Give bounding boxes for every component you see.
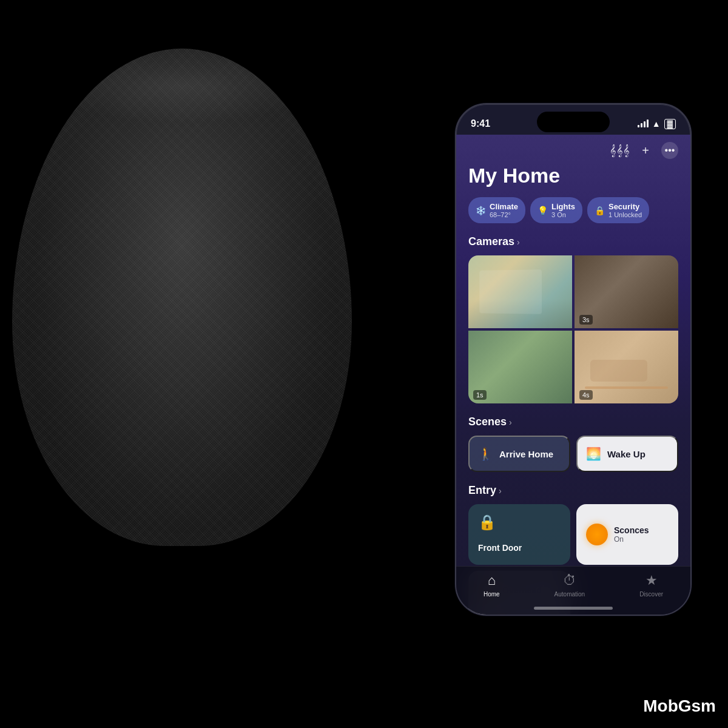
cameras-title: Cameras bbox=[468, 235, 514, 248]
wake-up-icon: 🌅 bbox=[586, 447, 601, 461]
sconces-card[interactable]: Sconces On bbox=[576, 504, 678, 565]
wake-up-label: Wake Up bbox=[607, 449, 645, 459]
tab-home[interactable]: ⌂ Home bbox=[484, 573, 500, 598]
tab-automation[interactable]: ⏱ Automation bbox=[554, 573, 585, 598]
watermark: MobGsm bbox=[643, 696, 716, 716]
lock-icon: 🔒 bbox=[478, 514, 561, 531]
camera-grid: 3s 1s 4s bbox=[468, 255, 678, 403]
lights-icon: 💡 bbox=[538, 206, 548, 215]
iphone-device: 9:41 ▲ ▓ 𝄞𝄞𝄞 + ••• bbox=[455, 103, 692, 616]
siri-waveform-icon[interactable]: 𝄞𝄞𝄞 bbox=[610, 144, 630, 157]
entry-section-header[interactable]: Entry › bbox=[468, 484, 678, 497]
camera-cell-bottomright[interactable]: 4s bbox=[575, 331, 678, 403]
app-screen: 𝄞𝄞𝄞 + ••• My Home ❄️ Climate 68–72° bbox=[456, 135, 690, 615]
status-bar: 9:41 ▲ ▓ bbox=[456, 104, 690, 135]
sconces-label: Sconces bbox=[614, 525, 649, 535]
entry-title: Entry bbox=[468, 484, 496, 497]
cameras-chevron-icon: › bbox=[517, 237, 520, 247]
iphone-body: 9:41 ▲ ▓ 𝄞𝄞𝄞 + ••• bbox=[455, 103, 692, 616]
cameras-section-header[interactable]: Cameras › bbox=[468, 235, 678, 248]
security-icon: 🔒 bbox=[595, 206, 605, 215]
sconces-content: Sconces On bbox=[586, 524, 669, 545]
home-indicator bbox=[534, 607, 613, 610]
arrive-home-button[interactable]: 🚶 Arrive Home bbox=[468, 436, 570, 472]
sconces-text: Sconces On bbox=[614, 525, 649, 544]
front-door-card[interactable]: 🔒 Front Door bbox=[468, 504, 570, 565]
security-chip-text: Security 1 Unlocked bbox=[608, 202, 642, 218]
climate-icon: ❄️ bbox=[476, 206, 486, 215]
lights-chip-text: Lights 3 On bbox=[551, 202, 575, 218]
entry-chevron-icon: › bbox=[499, 486, 502, 496]
lights-chip[interactable]: 💡 Lights 3 On bbox=[530, 197, 582, 223]
add-button[interactable]: + bbox=[642, 144, 649, 158]
camera-timestamp-bl: 1s bbox=[473, 390, 487, 400]
homepod-device bbox=[12, 49, 400, 595]
sconces-status: On bbox=[614, 535, 649, 544]
sconces-amber-icon bbox=[586, 524, 608, 545]
toolbar: 𝄞𝄞𝄞 + ••• bbox=[468, 142, 678, 159]
battery-icon: ▓ bbox=[664, 119, 676, 129]
camera-timestamp-tr: 3s bbox=[579, 315, 593, 325]
scenes-chevron-icon: › bbox=[509, 417, 512, 427]
camera-cell-topright[interactable]: 3s bbox=[575, 255, 678, 328]
homepod-top-panel bbox=[46, 49, 318, 123]
scenes-section-header[interactable]: Scenes › bbox=[468, 416, 678, 428]
climate-chip-text: Climate 68–72° bbox=[490, 202, 518, 218]
homepod-body bbox=[12, 49, 352, 546]
automation-tab-icon: ⏱ bbox=[563, 573, 576, 588]
camera-cell-bottomleft[interactable]: 1s bbox=[468, 331, 572, 403]
arrive-home-label: Arrive Home bbox=[499, 449, 553, 459]
security-chip[interactable]: 🔒 Security 1 Unlocked bbox=[587, 197, 649, 223]
discover-tab-icon: ★ bbox=[645, 573, 658, 588]
dynamic-island bbox=[537, 112, 610, 132]
wifi-icon: ▲ bbox=[652, 119, 661, 129]
status-icons: ▲ ▓ bbox=[638, 119, 676, 129]
page-title: My Home bbox=[468, 164, 678, 187]
front-door-label: Front Door bbox=[478, 543, 561, 553]
camera-timestamp-br: 4s bbox=[579, 390, 593, 400]
climate-chip[interactable]: ❄️ Climate 68–72° bbox=[468, 197, 525, 223]
arrive-home-icon: 🚶 bbox=[478, 447, 493, 461]
app-content: 𝄞𝄞𝄞 + ••• My Home ❄️ Climate 68–72° bbox=[456, 135, 690, 615]
wake-up-button[interactable]: 🌅 Wake Up bbox=[576, 436, 678, 472]
cellular-signal-icon bbox=[638, 120, 649, 127]
tab-discover[interactable]: ★ Discover bbox=[639, 573, 663, 598]
more-options-button[interactable]: ••• bbox=[661, 142, 678, 159]
camera-cell-topleft[interactable] bbox=[468, 255, 572, 328]
scenes-row: 🚶 Arrive Home 🌅 Wake Up bbox=[468, 436, 678, 472]
scenes-title: Scenes bbox=[468, 416, 507, 428]
camera-feed-driveway bbox=[468, 255, 572, 328]
home-tab-icon: ⌂ bbox=[488, 573, 496, 588]
status-time: 9:41 bbox=[471, 118, 490, 129]
status-chips: ❄️ Climate 68–72° 💡 Lights 3 On bbox=[468, 197, 678, 223]
